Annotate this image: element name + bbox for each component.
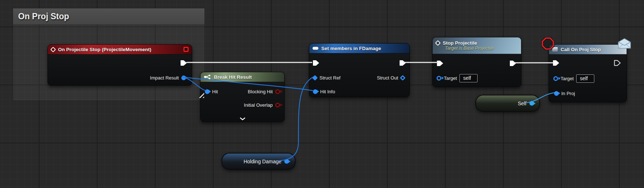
exec-in-pin[interactable]: [553, 60, 560, 66]
variable-label: Self: [518, 101, 527, 106]
node-header: Call On Proj Stop: [549, 45, 627, 54]
pin-label: Hit Info: [320, 89, 335, 94]
exec-in-pin[interactable]: [313, 60, 319, 66]
node-title: Stop Projectile: [443, 40, 477, 46]
node-header: On Projectile Stop (ProjectileMovement): [48, 45, 192, 54]
node-break-hit-result[interactable]: Break Hit Result Hit Blocking Hit Initia…: [200, 72, 285, 122]
pin-label: In Proj: [561, 91, 575, 96]
pin-row: Struct Out: [377, 74, 405, 81]
pin-label: Blocking Hit: [248, 89, 273, 94]
node-holding-damage-getter[interactable]: Holding Damage: [222, 153, 296, 170]
pin-row: Hit: [205, 88, 218, 95]
event-diamond-icon: [50, 46, 56, 52]
pin-label: Hit: [212, 89, 218, 94]
pin-row: Target self: [553, 75, 594, 82]
variable-label: Holding Damage: [244, 159, 281, 164]
target-self-field[interactable]: self: [459, 74, 478, 82]
node-title: Set members in FDamage: [321, 46, 381, 51]
target-pin[interactable]: [553, 76, 558, 81]
struct-ref-pin[interactable]: [312, 75, 318, 81]
exec-out-pin[interactable]: [180, 60, 187, 66]
node-set-members-fdamage[interactable]: Set members in FDamage Struct Ref Hit In…: [309, 43, 410, 97]
pin-row: Impact Result: [150, 74, 186, 81]
exec-out-pin[interactable]: [399, 60, 406, 66]
node-title: Call On Proj Stop: [561, 47, 601, 52]
pin-row: Struct Ref: [313, 74, 340, 81]
initial-overlap-pin[interactable]: [275, 103, 280, 107]
hit-pin[interactable]: [205, 89, 210, 94]
exec-in-pin[interactable]: [437, 60, 443, 66]
target-self-field[interactable]: self: [576, 74, 594, 83]
comment-header[interactable]: On Proj Stop: [13, 8, 205, 24]
pin-label: Impact Result: [150, 75, 179, 81]
struct-out-pin[interactable]: [400, 75, 406, 81]
self-out-pin[interactable]: [529, 101, 534, 106]
pin-row: In Proj: [554, 90, 575, 97]
graph-canvas[interactable]: On Proj Stop On Projectile Stop (Project…: [0, 0, 644, 188]
holding-damage-out-pin[interactable]: [284, 159, 289, 164]
blocking-hit-pin[interactable]: [275, 89, 280, 94]
exec-out-pin[interactable]: [509, 60, 516, 66]
exec-out-pin[interactable]: [614, 60, 621, 66]
pin-row: Initial Overlap: [244, 101, 280, 109]
set-members-icon: [313, 47, 318, 50]
node-title: On Projectile Stop (ProjectileMovement): [58, 47, 151, 52]
delegate-square-icon[interactable]: [183, 47, 189, 52]
in-proj-pin[interactable]: [554, 91, 559, 96]
hit-info-pin[interactable]: [313, 89, 318, 94]
impact-result-pin[interactable]: [181, 75, 186, 80]
comment-title: On Proj Stop: [18, 12, 69, 21]
node-title: Break Hit Result: [214, 74, 252, 80]
chevron-down-icon[interactable]: [239, 117, 246, 120]
pin-label: Struct Out: [377, 75, 398, 81]
pin-label: Initial Overlap: [244, 102, 273, 108]
target-pin[interactable]: [437, 76, 441, 81]
envelope-icon: [618, 38, 631, 49]
node-call-on-proj-stop[interactable]: Call On Proj Stop Target self In Proj: [549, 44, 627, 102]
pin-label: Target: [444, 75, 457, 81]
pin-row: Target self: [437, 74, 478, 82]
pin-label: Target: [561, 76, 574, 81]
node-header: Set members in FDamage: [309, 44, 409, 53]
node-subtitle: Target is Base Projectile: [445, 46, 494, 51]
pin-row: Hit Info: [313, 88, 335, 95]
pin-label: Struct Ref: [319, 75, 340, 81]
breakpoint-icon: [541, 37, 554, 50]
node-header: Break Hit Result: [201, 72, 284, 82]
node-on-projectile-stop[interactable]: On Projectile Stop (ProjectileMovement) …: [48, 44, 192, 86]
node-stop-projectile[interactable]: Stop Projectile Target is Base Projectil…: [432, 37, 521, 87]
function-diamond-icon: [435, 40, 441, 46]
node-self-getter[interactable]: Self: [475, 95, 540, 112]
node-header: Stop Projectile Target is Base Projectil…: [433, 37, 521, 54]
pin-row: Blocking Hit: [248, 88, 280, 95]
break-struct-icon: [204, 74, 211, 79]
